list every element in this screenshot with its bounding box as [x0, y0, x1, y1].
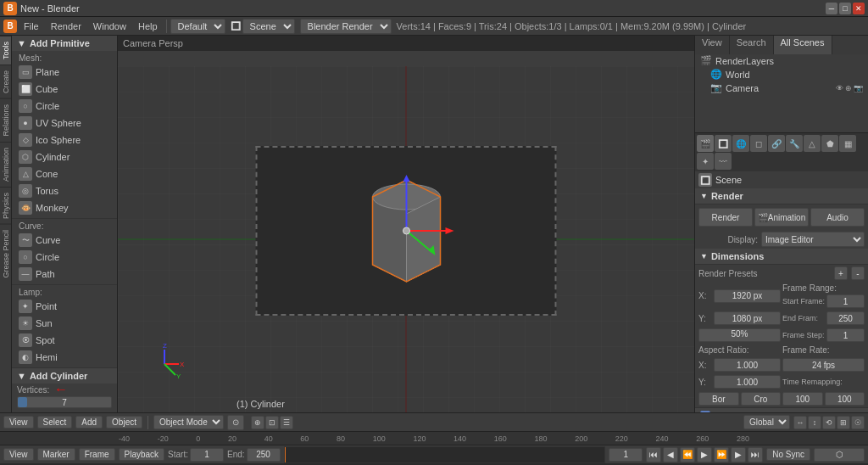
aspect-y-input[interactable]: 1.000 [714, 375, 781, 389]
props-tab-material[interactable]: ⬟ [821, 135, 838, 152]
layout-select[interactable]: Default [170, 19, 225, 34]
view-btn[interactable]: View [3, 416, 34, 429]
lamp-point-btn[interactable]: ✦ Point [12, 298, 117, 315]
object-btn[interactable]: Object [106, 416, 142, 429]
render-engine-select[interactable]: Blender Render Cycles [300, 19, 392, 34]
mesh-cylinder-btn[interactable]: ⬡ Cylinder [12, 148, 117, 165]
lamp-hemi-btn[interactable]: ◐ Hemi [12, 349, 117, 366]
props-tab-data[interactable]: △ [804, 135, 821, 152]
props-tab-constraints[interactable]: 🔗 [768, 135, 785, 152]
transform-5[interactable]: ☉ [851, 416, 865, 429]
curve-path-btn[interactable]: — Path [12, 266, 117, 283]
presets-add-btn[interactable]: + [834, 266, 848, 280]
add-btn[interactable]: Add [75, 416, 103, 429]
transform-2[interactable]: ↕ [808, 416, 821, 429]
transform-1[interactable]: ↔ [793, 416, 807, 429]
global-select[interactable]: Global [743, 415, 790, 429]
mesh-cube-btn[interactable]: ⬜ Cube [12, 81, 117, 98]
menu-window[interactable]: Window [88, 20, 131, 33]
transform-4[interactable]: ⊞ [837, 416, 850, 429]
props-tab-texture[interactable]: ▦ [839, 135, 856, 152]
menu-render[interactable]: Render [46, 20, 86, 33]
aa-section-title[interactable]: Anti-Aliasing [695, 408, 868, 412]
tab-tools[interactable]: Tools [0, 36, 11, 64]
mesh-plane-btn[interactable]: ▭ Plane [12, 64, 117, 81]
props-tab-scene[interactable]: 🔳 [715, 135, 732, 152]
outliner-camera[interactable]: 📷 Camera 👁 ⊕ 📷 [705, 81, 868, 95]
camera-visible-icon[interactable]: 📷 [854, 84, 863, 92]
display-select[interactable]: Image Editor [761, 232, 865, 247]
eye-icon[interactable]: 👁 [836, 84, 843, 92]
viewport-3d[interactable]: Camera Persp [118, 36, 694, 412]
mesh-circle-btn[interactable]: ○ Circle [12, 98, 117, 115]
res-y-input[interactable]: 1080 px [714, 311, 781, 325]
mesh-uvsphere-btn[interactable]: ● UV Sphere [12, 115, 117, 132]
render-button[interactable]: Render [698, 208, 753, 227]
timeline-marker-btn[interactable]: Marker [37, 448, 75, 461]
view-control-3[interactable]: ☰ [280, 416, 293, 429]
no-sync-btn[interactable]: No Sync [766, 448, 810, 461]
props-tab-physics[interactable]: 〰 [715, 153, 732, 170]
outliner-world[interactable]: 🌐 World [705, 68, 868, 81]
frame-step-input[interactable]: 1 [826, 328, 865, 342]
lamp-spot-btn[interactable]: ⦿ Spot [12, 332, 117, 349]
remap-new[interactable]: 100 [825, 392, 865, 406]
outliner-tab-view[interactable]: View [695, 36, 730, 54]
mesh-cone-btn[interactable]: △ Cone [12, 165, 117, 182]
aspect-x-input[interactable]: 1.000 [714, 358, 781, 372]
jump-start-btn[interactable]: ⏮ [646, 447, 661, 462]
view-control-2[interactable]: ⊡ [265, 416, 279, 429]
tab-physics[interactable]: Physics [0, 187, 11, 224]
viewport-canvas[interactable]: Z X Y (1) Cylinder [118, 51, 694, 412]
tab-create[interactable]: Create [0, 64, 11, 98]
fps-input[interactable]: 24 fps [782, 358, 865, 372]
close-button[interactable]: ✕ [853, 3, 865, 14]
mesh-torus-btn[interactable]: ◎ Torus [12, 182, 117, 199]
jump-end-btn[interactable]: ⏭ [748, 447, 763, 462]
menu-help[interactable]: Help [133, 20, 163, 33]
props-tab-render[interactable]: 🎬 [697, 135, 714, 152]
res-x-input[interactable]: 1920 px [714, 289, 781, 303]
lamp-sun-btn[interactable]: ☀ Sun [12, 315, 117, 332]
tab-animation[interactable]: Animation [0, 142, 11, 187]
view-control-1[interactable]: ⊕ [251, 416, 264, 429]
prev-keyframe-btn[interactable]: ⏪ [680, 447, 695, 462]
transform-3[interactable]: ⟲ [822, 416, 836, 429]
menu-file[interactable]: File [19, 20, 44, 33]
outliner-renderlayers[interactable]: 🎬 RenderLayers [695, 54, 868, 68]
curve-circle-btn[interactable]: ○ Circle [12, 249, 117, 266]
timeline-view-btn[interactable]: View [3, 448, 34, 461]
play-btn[interactable]: ▶ [697, 447, 712, 462]
aa-checkbox[interactable] [700, 411, 710, 412]
add-primitive-header[interactable]: ▼ Add Primitive [12, 36, 117, 51]
audio-button[interactable]: Audio [810, 208, 865, 227]
mesh-icosphere-btn[interactable]: ◇ Ico Sphere [12, 132, 117, 148]
render-section-title[interactable]: ▼ Render [695, 188, 868, 204]
dimensions-section-title[interactable]: ▼ Dimensions [695, 249, 868, 265]
props-tab-world[interactable]: 🌐 [732, 135, 749, 152]
end-frame-input[interactable]: 250 [826, 311, 865, 325]
props-tab-object[interactable]: ◻ [750, 135, 767, 152]
tab-relations[interactable]: Relations [0, 98, 11, 142]
start-frame-input[interactable]: 1 [826, 294, 865, 308]
prev-frame-btn[interactable]: ◀ [663, 447, 678, 462]
mesh-monkey-btn[interactable]: 🐵 Monkey [12, 199, 117, 216]
animation-button[interactable]: 🎬 Animation [754, 208, 809, 227]
mode-select[interactable]: Object Mode [153, 415, 224, 429]
select-btn[interactable]: Select [37, 416, 73, 429]
timeline-area[interactable] [284, 446, 606, 463]
scene-select[interactable]: Scene [242, 19, 295, 34]
props-tab-particles[interactable]: ✦ [697, 153, 714, 170]
tab-grease-pencil[interactable]: Grease Pencil [0, 224, 11, 283]
timeline-playback-btn[interactable]: Playback [119, 448, 165, 461]
vertices-slider[interactable]: 7 [17, 396, 112, 408]
pct-input[interactable]: 50% [698, 328, 781, 342]
props-tab-modifiers[interactable]: 🔧 [786, 135, 803, 152]
end-frame-input-tl[interactable] [247, 448, 281, 462]
outliner-tab-search[interactable]: Search [730, 36, 774, 54]
timeline-frame-btn[interactable]: Frame [79, 448, 115, 461]
crop-btn[interactable]: Cro [741, 392, 782, 406]
current-frame-input[interactable] [609, 448, 643, 462]
border-btn[interactable]: Bor [698, 392, 739, 406]
cursor-icon[interactable]: ⊕ [845, 84, 852, 92]
